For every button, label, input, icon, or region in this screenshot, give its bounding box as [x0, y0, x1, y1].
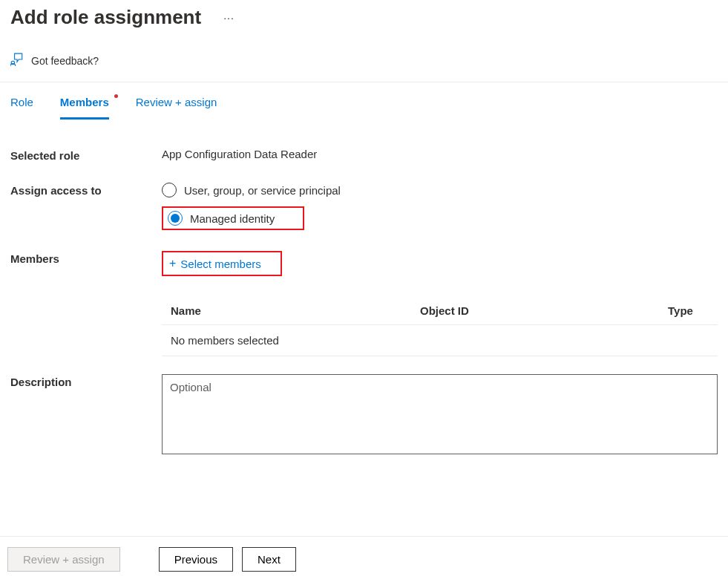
row-members: Members + Select members	[10, 251, 718, 276]
description-value	[162, 374, 718, 457]
page-title: Add role assignment	[10, 6, 201, 29]
value-selected-role: App Configuration Data Reader	[162, 148, 718, 160]
table-row-empty: No members selected	[162, 325, 718, 356]
feedback-label: Got feedback?	[31, 55, 99, 67]
tab-role[interactable]: Role	[10, 82, 33, 120]
col-header-type: Type	[668, 304, 709, 317]
radio-label-user-group: User, group, or service principal	[184, 184, 341, 197]
description-textarea[interactable]	[162, 374, 718, 454]
label-members: Members	[10, 251, 162, 265]
next-button[interactable]: Next	[242, 547, 296, 572]
tab-indicator-dot	[114, 94, 118, 98]
row-assign-access: Assign access to User, group, or service…	[10, 183, 718, 230]
footer: Review + assign Previous Next	[0, 536, 728, 582]
page-header: Add role assignment ···	[0, 0, 728, 44]
select-members-link[interactable]: + Select members	[169, 257, 261, 270]
radio-managed-identity[interactable]: Managed identity	[168, 211, 275, 226]
members-value: + Select members	[162, 251, 718, 276]
tab-members[interactable]: Members	[60, 82, 109, 120]
previous-button[interactable]: Previous	[159, 547, 233, 572]
review-assign-button: Review + assign	[7, 547, 120, 572]
members-table: Name Object ID Type No members selected	[162, 297, 718, 356]
tab-members-label: Members	[60, 96, 109, 108]
ellipsis-icon[interactable]: ···	[223, 12, 235, 24]
row-description: Description	[10, 374, 718, 457]
table-header: Name Object ID Type	[162, 297, 718, 325]
highlight-select-members: + Select members	[162, 251, 282, 276]
radio-group-assign-access: User, group, or service principal Manage…	[162, 183, 718, 230]
tabs: Role Members Review + assign	[0, 82, 728, 120]
select-members-label: Select members	[180, 258, 260, 270]
radio-user-group[interactable]: User, group, or service principal	[162, 183, 718, 197]
tab-review[interactable]: Review + assign	[136, 82, 217, 120]
row-selected-role: Selected role App Configuration Data Rea…	[10, 148, 718, 162]
label-assign-access: Assign access to	[10, 183, 162, 197]
nav-button-group: Previous Next	[159, 547, 296, 572]
highlight-managed-identity: Managed identity	[162, 206, 304, 230]
label-description: Description	[10, 374, 162, 388]
plus-icon: +	[169, 257, 176, 270]
col-header-objectid: Object ID	[420, 304, 668, 317]
radio-label-managed-identity: Managed identity	[190, 212, 275, 225]
label-selected-role: Selected role	[10, 148, 162, 162]
empty-members-text: No members selected	[171, 334, 279, 347]
form-content: Selected role App Configuration Data Rea…	[0, 120, 728, 457]
radio-circle-selected-icon	[168, 211, 183, 226]
feedback-bar[interactable]: Got feedback?	[0, 44, 728, 82]
feedback-icon	[10, 53, 24, 68]
col-header-name: Name	[171, 304, 420, 317]
radio-circle-icon	[162, 183, 177, 197]
